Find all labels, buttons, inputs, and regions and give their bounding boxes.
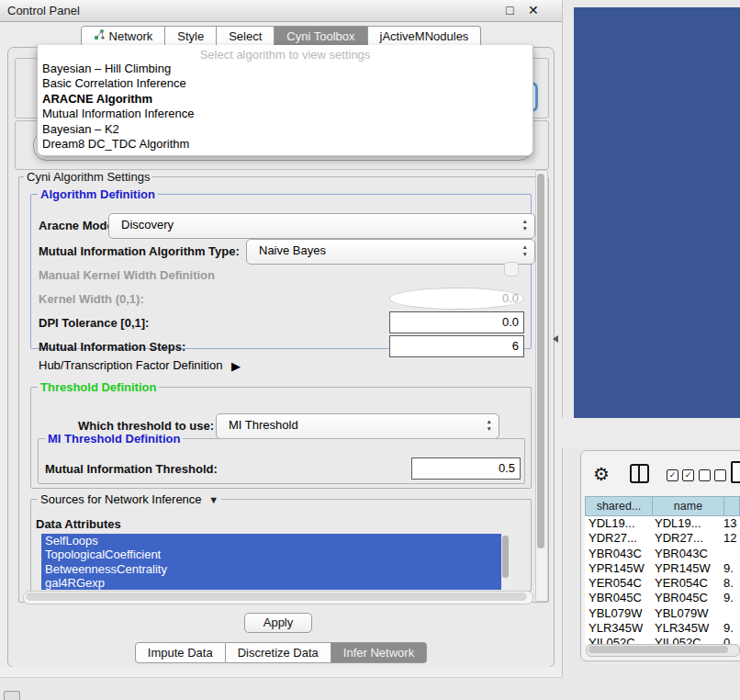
unchecked-pair-icon[interactable] (699, 469, 726, 481)
table-cell: 9. (721, 591, 740, 605)
algorithm-definition-title: Algorithm Definition (38, 187, 158, 201)
hub-definition-expander[interactable]: Hub/Transcription Factor Definition ▶ (39, 358, 241, 372)
algorithm-option-bayesian-hill-climbing[interactable]: Bayesian – Hill Climbing (38, 62, 533, 76)
tab-discretize-data[interactable]: Discretize Data (226, 642, 331, 663)
tab-infer-network[interactable]: Infer Network (331, 642, 427, 663)
attributes-scrollbar[interactable] (501, 534, 510, 590)
table-row[interactable]: YBR043CYBR043C (585, 547, 740, 561)
attribute-item-topologicalcoefficient[interactable]: TopologicalCoefficient (41, 548, 510, 561)
kernel-width-field[interactable]: 0.0 (389, 288, 524, 310)
manual-kernel-checkbox[interactable] (504, 262, 519, 277)
sources-group-title: Sources for Network Inference ▼ (38, 492, 221, 506)
gear-icon[interactable]: ⚙ (593, 463, 610, 485)
table-cell: 8. (721, 576, 740, 591)
algorithm-dropdown-placeholder: Select algorithm to view settings (38, 45, 533, 62)
table-cell: YPR145W (653, 561, 721, 576)
apply-button[interactable]: Apply (244, 613, 312, 633)
algorithm-option-mutual-information-inference[interactable]: Mutual Information Inference (38, 107, 533, 121)
tab-jactivemnodules[interactable]: jActiveMNodules (368, 26, 482, 47)
scrollbar-thumb[interactable] (26, 593, 527, 601)
bottom-tabbar: Impute DataDiscretize DataInfer Network (0, 642, 562, 663)
float-window-icon[interactable]: □ (506, 3, 513, 17)
mi-type-combo[interactable]: Naive Bayes ▲▼ (246, 239, 535, 265)
tab-cyni-toolbox[interactable]: Cyni Toolbox (275, 26, 367, 47)
table-row[interactable]: YBR045CYBR045C9. (585, 591, 740, 605)
table-row[interactable]: YER054CYER054C8. (585, 576, 740, 591)
attribute-item-betweennesscentrality[interactable]: BetweennessCentrality (41, 562, 510, 576)
mi-type-value: Naive Bayes (259, 243, 326, 257)
panel-bottom-strip (0, 667, 562, 678)
mi-type-label: Mutual Information Algorithm Type: (39, 244, 240, 258)
aracne-mode-combo[interactable]: Discovery ▲▼ (108, 213, 535, 239)
scrollbar-thumb[interactable] (537, 174, 544, 548)
tab-label: Style (177, 27, 204, 46)
checked-pair-icon[interactable]: ✓ ✓ (667, 469, 694, 481)
table-cell: YDR27... (585, 531, 653, 546)
aracne-mode-label: Aracne Mode: (39, 219, 118, 232)
table-cell: YER054C (653, 576, 721, 591)
table-row[interactable]: YPR145WYPR145W9. (585, 561, 740, 576)
table-cell (721, 547, 740, 561)
tab-network[interactable]: Network (81, 26, 166, 47)
algorithm-option-basic-correlation-inference[interactable]: Basic Correlation Inference (38, 76, 533, 91)
network-view-frame[interactable]: GALGAL80GAL10GAL1GAL11SWI4GAL4GCY1HAP4YH… (574, 7, 740, 418)
tab-label: jActiveMNodules (380, 27, 469, 46)
unchecked-box-icon (699, 469, 711, 481)
mi-steps-label: Mutual Information Steps: (39, 340, 185, 354)
tab-label: Infer Network (343, 643, 414, 662)
scrollbar-thumb[interactable] (502, 536, 509, 578)
column-header-clipped[interactable] (723, 496, 740, 516)
expand-right-icon[interactable]: ▶ (231, 359, 241, 373)
scrollbar-thumb[interactable] (589, 646, 728, 653)
table-row[interactable]: YBL079WYBL079W (585, 606, 740, 621)
aracne-mode-value: Discovery (121, 218, 174, 231)
close-icon[interactable]: ✕ (528, 3, 539, 17)
which-threshold-value: MI Threshold (229, 418, 298, 432)
table-cell: 13 (721, 516, 740, 531)
table-horizontal-scrollbar[interactable] (586, 644, 740, 657)
data-attributes-list: SelfLoopsTopologicalCoefficientBetweenne… (41, 534, 510, 590)
tab-label: Select (229, 27, 262, 46)
table-row[interactable]: YIL052CYIL052C0. (585, 636, 740, 644)
mi-threshold-label: Mutual Information Threshold: (45, 462, 218, 476)
column-header-shared[interactable]: shared... (585, 496, 652, 516)
algorithm-option-aracne-algorithm[interactable]: ARACNE Algorithm (38, 92, 533, 107)
collapse-down-icon[interactable]: ▼ (208, 494, 219, 505)
control-panel-window: Control Panel □ ✕ NetworkStyleSelectCyni… (0, 0, 563, 677)
taskbar-icon[interactable] (4, 691, 20, 700)
table-cell: YDL19... (585, 516, 653, 531)
table-body: YDL19...YDL19...13YDR27...YDR27...12YBR0… (585, 516, 740, 644)
which-threshold-combo[interactable]: MI Threshold ▲▼ (216, 413, 499, 439)
table-cell: YIL052C (653, 636, 721, 644)
page-icon[interactable] (731, 461, 740, 483)
settings-group-title: Cyni Algorithm Settings (24, 170, 152, 184)
tab-impute-data[interactable]: Impute Data (135, 642, 226, 663)
algorithm-option-bayesian-k2[interactable]: Bayesian – K2 (38, 122, 533, 137)
table-cell: 0. (721, 636, 740, 644)
settings-vertical-scrollbar[interactable] (535, 170, 548, 602)
splitter-cursor-icon (553, 335, 558, 343)
table-row[interactable]: YDR27...YDR27...12 (585, 531, 740, 546)
algorithm-option-dream8-dc-tdc-algorithm[interactable]: Dream8 DC_TDC Algorithm (38, 137, 533, 152)
column-header-name[interactable]: name (652, 496, 723, 516)
split-columns-icon[interactable] (630, 464, 649, 483)
table-cell: YDR27... (653, 531, 721, 546)
table-cell: YBR045C (653, 591, 721, 605)
attribute-item-selfloops[interactable]: SelfLoops (41, 534, 510, 548)
table-cell: YBR045C (585, 591, 653, 605)
mi-steps-field[interactable]: 6 (389, 335, 524, 357)
dpi-tolerance-field[interactable]: 0.0 (389, 311, 524, 333)
table-row[interactable]: YLR345WYLR345W9. (585, 621, 740, 636)
mi-threshold-field[interactable]: 0.5 (411, 457, 521, 480)
table-cell: 9. (721, 621, 740, 636)
attribute-item-gal4rgexp[interactable]: gal4RGexp (41, 576, 510, 590)
sources-title-text: Sources for Network Inference (40, 492, 202, 506)
settings-horizontal-scrollbar[interactable] (23, 591, 533, 604)
kernel-width-label: Kernel Width (0,1): (39, 292, 144, 306)
tab-select[interactable]: Select (217, 26, 275, 47)
table-row[interactable]: YDL19...YDL19...13 (585, 516, 740, 531)
table-panel-titlebar: Table Panel (562, 418, 740, 447)
table-cell: YBL079W (653, 606, 721, 621)
hub-definition-label: Hub/Transcription Factor Definition (39, 358, 222, 372)
tab-style[interactable]: Style (165, 26, 217, 47)
